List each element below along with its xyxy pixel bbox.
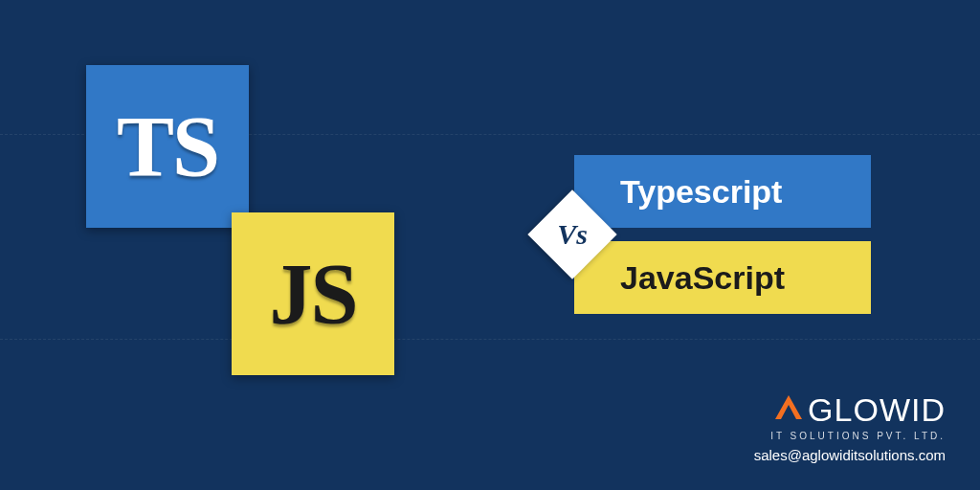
brand-subtitle: IT SOLUTIONS PVT. LTD.: [754, 431, 946, 441]
vs-badge: Vs: [541, 203, 604, 266]
guide-line: [0, 339, 980, 340]
typescript-label: Typescript: [620, 173, 782, 211]
typescript-label-bar: Typescript: [574, 155, 871, 228]
javascript-label-bar: JavaScript: [574, 241, 871, 314]
typescript-logo-text: TS: [117, 98, 218, 196]
javascript-logo-text: JS: [269, 245, 356, 344]
javascript-logo-tile: JS: [232, 212, 394, 375]
brand-block: GLOWID IT SOLUTIONS PVT. LTD. sales@aglo…: [754, 391, 946, 463]
typescript-logo-tile: TS: [86, 65, 249, 228]
brand-logo-icon: [773, 394, 804, 425]
javascript-label: JavaScript: [620, 259, 785, 297]
brand-name: GLOWID: [808, 391, 946, 429]
brand-email: sales@aglowiditsolutions.com: [754, 447, 946, 463]
vs-text: Vs: [541, 203, 604, 266]
